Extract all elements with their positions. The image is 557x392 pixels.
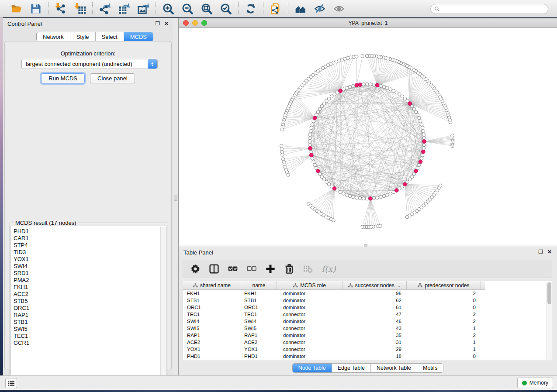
traffic-lights [183, 20, 207, 26]
mcds-result-item[interactable]: STB5 [14, 298, 166, 305]
clone-network-icon[interactable] [270, 3, 282, 15]
mcds-result-item[interactable]: YOX1 [14, 256, 166, 263]
table-cell: FKH1 [183, 290, 241, 297]
table-cell: dominator [277, 297, 343, 304]
mcds-result-item[interactable]: SWI4 [14, 263, 166, 270]
table-row[interactable]: YOX1YOX1connector291 [183, 346, 547, 353]
eye-slash-icon[interactable] [314, 3, 326, 15]
run-mcds-button[interactable]: Run MCDS [41, 73, 85, 83]
mcds-tab-content: Optimization criterion: largest connecte… [4, 41, 172, 369]
export-network-icon[interactable] [99, 3, 111, 15]
save-session-icon[interactable] [30, 3, 42, 15]
task-history-button[interactable] [5, 378, 17, 388]
tab-motifs[interactable]: Motifs [417, 364, 443, 372]
column-header-name[interactable]: name [241, 281, 277, 289]
maximize-window-icon[interactable] [201, 20, 207, 26]
zoom-in-icon[interactable] [162, 3, 174, 15]
mcds-result-item[interactable]: SRD1 [14, 270, 166, 277]
control-panel-tabs: NetworkStyleSelectMCDS [36, 32, 153, 41]
tab-style[interactable]: Style [70, 32, 96, 41]
table-row[interactable]: ORC1ORC1dominator610 [183, 304, 547, 311]
table-row[interactable]: SWI4SWI4dominator462 [183, 318, 547, 325]
mcds-result-item[interactable]: ORC1 [14, 305, 166, 312]
table-row[interactable]: SWI5SWI5connector431 [183, 325, 547, 332]
apply-layout-icon[interactable] [245, 3, 257, 15]
search-box[interactable] [430, 4, 548, 14]
table-cell: 2 [407, 290, 481, 297]
column-header-MCDS-role[interactable]: MCDS role [277, 281, 343, 289]
mcds-result-item[interactable]: RAP1 [14, 312, 166, 319]
close-window-icon[interactable] [183, 20, 189, 26]
mcds-result-item[interactable]: TID3 [14, 249, 166, 256]
open-file-icon[interactable] [10, 3, 23, 15]
column-header-predecessor-nodes[interactable]: predecessor nodes [407, 281, 481, 289]
scrollbar-thumb[interactable] [547, 282, 551, 304]
zoom-fit-icon[interactable] [201, 3, 213, 15]
mcds-result-item[interactable]: GCR1 [14, 340, 166, 347]
table-cell: dominator [277, 318, 343, 325]
mcds-list-scrollbar[interactable] [160, 227, 166, 384]
tab-select[interactable]: Select [96, 32, 124, 41]
import-table-icon[interactable] [74, 3, 86, 15]
mcds-result-list[interactable]: PHD1CAR1STP4TID3YOX1SWI4SRD1PMA2FKH1ACE2… [10, 226, 167, 384]
mcds-result-item[interactable]: STP4 [14, 242, 166, 249]
tab-network[interactable]: Network [37, 32, 70, 41]
memory-button[interactable]: Memory [517, 378, 553, 388]
table-row[interactable]: STB1STB1dominator620 [183, 297, 547, 304]
mcds-result-title: MCDS result (17 nodes) [14, 220, 78, 226]
table-scrollbar[interactable] [547, 282, 552, 360]
export-image-icon[interactable] [137, 3, 149, 15]
export-table-icon[interactable] [118, 3, 130, 15]
mcds-result-item[interactable]: PMA2 [14, 277, 166, 284]
mcds-result-item[interactable]: CAR1 [14, 235, 166, 242]
tab-edge-table[interactable]: Edge Table [332, 364, 371, 372]
tab-network-table[interactable]: Network Table [371, 364, 417, 372]
mcds-result-item[interactable]: PHD1 [14, 228, 166, 235]
eye-icon[interactable] [333, 3, 345, 15]
desktop-wallpaper-left [0, 17, 3, 392]
vertical-splitter[interactable] [173, 18, 179, 375]
column-header-shared-name[interactable]: shared name [183, 281, 241, 289]
tab-node-table[interactable]: Node Table [293, 364, 332, 372]
mcds-result-item[interactable]: SWI5 [14, 326, 166, 333]
homes-icon[interactable] [294, 3, 307, 15]
table-cell: 18 [343, 353, 407, 360]
splitter-grip[interactable] [174, 195, 177, 201]
close-panel-icon[interactable]: ✕ [164, 21, 169, 27]
mcds-result-item[interactable]: STB1 [14, 319, 166, 326]
columns-icon[interactable] [209, 264, 219, 274]
delete-icon[interactable] [284, 264, 294, 274]
select-all-icon[interactable] [228, 264, 238, 274]
float-panel-icon[interactable]: ❐ [538, 249, 543, 255]
table-row[interactable]: ACE2ACE2connector311 [183, 339, 547, 346]
import-network-icon[interactable] [55, 3, 67, 15]
deselect-all-icon[interactable] [246, 264, 257, 274]
zoom-out-icon[interactable] [181, 3, 194, 15]
search-input[interactable] [440, 5, 548, 13]
column-header-successor-nodes[interactable]: successor nodes⌄ [343, 281, 407, 289]
float-panel-icon[interactable]: ❐ [155, 21, 160, 27]
network-graph[interactable] [179, 28, 557, 245]
network-window-titlebar[interactable]: YPA_prune.txt_1 [179, 18, 557, 28]
mcds-result-item[interactable]: ACE2 [14, 291, 166, 298]
table-cell: SWI5 [183, 325, 241, 332]
minimize-window-icon[interactable] [192, 20, 198, 26]
table-cell: YOX1 [183, 346, 241, 353]
zoom-selected-icon[interactable] [220, 3, 232, 15]
mcds-result-item[interactable]: TEC1 [14, 333, 166, 340]
tab-mcds[interactable]: MCDS [124, 32, 153, 41]
network-canvas[interactable] [179, 28, 557, 245]
add-icon[interactable] [265, 264, 276, 274]
table-cell: 31 [343, 339, 407, 346]
table-row[interactable]: PHD1PHD1dominator180 [183, 353, 547, 360]
table-row[interactable]: RAP1RAP1dominator352 [183, 332, 547, 339]
search-icon [434, 6, 440, 12]
table-cell: 47 [343, 311, 407, 318]
settings-icon[interactable] [190, 264, 201, 274]
criterion-dropdown[interactable]: largest connected component (undirected)… [21, 59, 158, 69]
mcds-result-item[interactable]: FKH1 [14, 284, 166, 291]
close-panel-button[interactable]: Close panel [90, 73, 135, 83]
table-row[interactable]: FKH1FKH1dominator962 [183, 290, 547, 297]
close-panel-icon[interactable]: ✕ [547, 249, 552, 255]
table-row[interactable]: TEC1TEC1connector472 [183, 311, 547, 318]
